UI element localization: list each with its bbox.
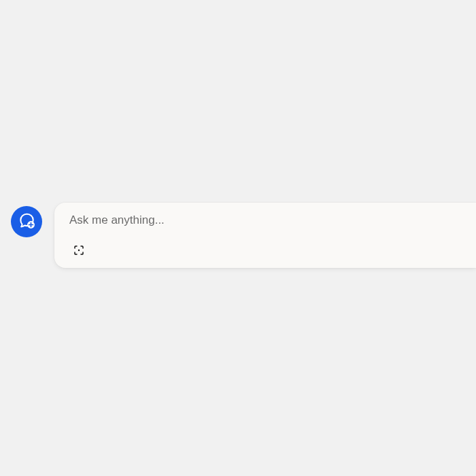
svg-point-1	[78, 250, 80, 251]
new-chat-button[interactable]	[11, 206, 42, 237]
scan-button[interactable]	[69, 242, 88, 261]
ask-input[interactable]	[69, 214, 461, 227]
ask-input-card	[54, 203, 476, 268]
new-chat-plus-icon	[18, 211, 35, 232]
scan-icon	[73, 244, 85, 259]
input-toolbar	[69, 242, 461, 261]
